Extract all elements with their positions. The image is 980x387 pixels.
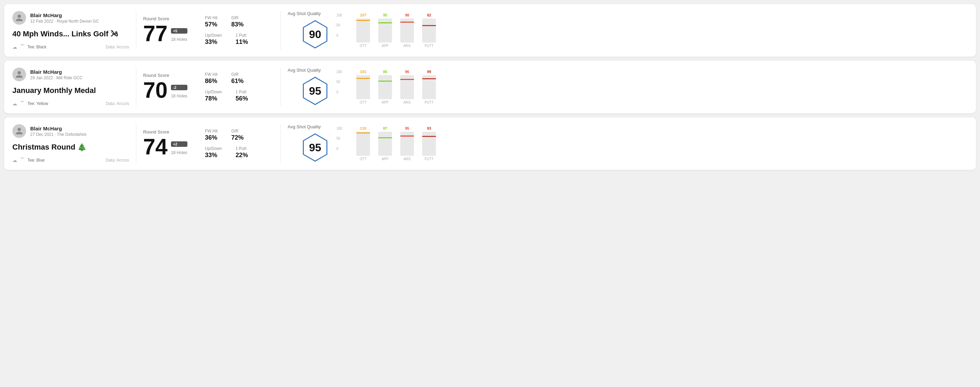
tee-label: Tee: Blue xyxy=(27,158,45,163)
score-row: 70-218 Holes xyxy=(143,79,205,101)
bar-background xyxy=(422,132,436,156)
round-title: Christmas Round 🎄 xyxy=(12,143,129,155)
updown-stat-value: 33% xyxy=(205,38,222,46)
chart-section: 100500110OTT87APP95ARG93PUTT xyxy=(342,124,968,163)
round-title: January Monthly Medal xyxy=(12,86,129,98)
vertical-divider xyxy=(136,11,136,50)
fw-hit-stat-label: FW Hit xyxy=(205,72,218,77)
bar-chart-wrapper: 100500101OTT86APP96ARG99PUTT xyxy=(346,70,968,104)
vertical-divider xyxy=(136,68,136,106)
bar-column: 93PUTT xyxy=(422,132,436,161)
bar-line xyxy=(356,132,370,133)
user-info: Blair McHarg29 Jan 2022 · Mill Ride GCC xyxy=(12,68,129,81)
score-badge: +2 xyxy=(171,141,187,147)
person-icon xyxy=(15,70,23,79)
bar-chart: 110OTT87APP95ARG93PUTT xyxy=(356,127,968,161)
round-left-section: Blair McHarg27 Dec 2021 · The Oxfordshir… xyxy=(12,124,129,163)
score-label: Round Score xyxy=(143,129,205,135)
round-card: Blair McHarg12 Feb 2022 · Royal North De… xyxy=(4,4,976,57)
score-section: Round Score77+518 Holes xyxy=(143,11,205,50)
chart-section: 100500107OTT95APP98ARG82PUTT xyxy=(342,11,968,50)
score-badge-col: +518 Holes xyxy=(171,28,187,44)
bar-line xyxy=(378,22,392,23)
holes-label: 18 Holes xyxy=(171,150,187,155)
user-text: Blair McHarg29 Jan 2022 · Mill Ride GCC xyxy=(30,69,83,80)
tee-icon xyxy=(20,44,25,50)
bar-value-label: 107 xyxy=(360,13,366,17)
bar-line xyxy=(422,78,436,79)
round-title: 40 Mph Winds... Links Golf 🌬 xyxy=(12,30,129,42)
data-source: Data: Arccos xyxy=(106,44,129,49)
one-putt-stat-label: 1 Putt xyxy=(235,33,248,38)
score-section: Round Score70-218 Holes xyxy=(143,68,205,106)
user-text: Blair McHarg27 Dec 2021 · The Oxfordshir… xyxy=(30,125,86,137)
vertical-divider-2 xyxy=(280,124,281,163)
bar-value-label: 82 xyxy=(427,13,431,17)
bar-value-label: 101 xyxy=(360,70,366,74)
bar-line xyxy=(356,20,370,21)
round-card: Blair McHarg29 Jan 2022 · Mill Ride GCCJ… xyxy=(4,61,976,113)
vertical-divider xyxy=(136,124,136,163)
user-info: Blair McHarg27 Dec 2021 · The Oxfordshir… xyxy=(12,124,129,138)
user-date-course: 27 Dec 2021 · The Oxfordshire xyxy=(30,132,86,137)
fw-hit-stat-value: 86% xyxy=(205,78,218,85)
weather-icon: ☁ xyxy=(12,157,17,163)
one-putt-stat-label: 1 Putt xyxy=(235,146,248,151)
avatar xyxy=(12,11,26,25)
bar-axis-label: APP xyxy=(382,100,388,104)
stats-bottom-row: Up/Down33%1 Putt22% xyxy=(205,146,274,159)
quality-section: Avg Shot Quality95 xyxy=(288,124,342,163)
avatar xyxy=(12,124,26,138)
score-row: 77+518 Holes xyxy=(143,23,205,44)
updown-stat: Up/Down78% xyxy=(205,90,222,102)
hexagon-container: 90 xyxy=(300,19,331,50)
bar-axis-label: OTT xyxy=(360,100,367,104)
round-left-section: Blair McHarg12 Feb 2022 · Royal North De… xyxy=(12,11,129,50)
round-footer: ☁Tee: BlackData: Arccos xyxy=(12,44,129,50)
vertical-divider-2 xyxy=(280,11,281,50)
quality-score: 95 xyxy=(309,85,321,97)
tee-label: Tee: Black xyxy=(27,44,46,49)
bar-axis-label: PUTT xyxy=(425,157,434,161)
bar-column: 86APP xyxy=(378,75,392,104)
tee-info: ☁Tee: Black xyxy=(12,44,46,50)
bar-line xyxy=(400,79,414,80)
bar-background xyxy=(378,132,392,156)
user-name: Blair McHarg xyxy=(30,69,83,75)
bar-value-label: 96 xyxy=(405,70,409,74)
one-putt-stat-label: 1 Putt xyxy=(235,90,248,94)
quality-section: Avg Shot Quality90 xyxy=(288,11,342,50)
stats-section: FW Hit36%GIR72%Up/Down33%1 Putt22% xyxy=(205,124,274,163)
score-number: 74 xyxy=(143,136,167,158)
gir-stat: GIR61% xyxy=(231,72,244,85)
bar-line xyxy=(378,137,392,138)
score-row: 74+218 Holes xyxy=(143,136,205,158)
user-name: Blair McHarg xyxy=(30,125,86,132)
avatar xyxy=(12,68,26,81)
updown-stat-value: 78% xyxy=(205,95,222,102)
bar-value-label: 86 xyxy=(383,70,387,74)
quality-score: 95 xyxy=(309,141,321,154)
gir-stat-label: GIR xyxy=(231,72,244,77)
round-footer: ☁Tee: BlueData: Arccos xyxy=(12,157,129,163)
bar-axis-label: ARG xyxy=(403,100,411,104)
score-badge: -2 xyxy=(171,85,187,90)
one-putt-stat-value: 56% xyxy=(235,95,248,102)
one-putt-stat-value: 22% xyxy=(235,152,248,159)
holes-label: 18 Holes xyxy=(171,94,187,98)
stats-bottom-row: Up/Down78%1 Putt56% xyxy=(205,90,274,102)
bar-line xyxy=(356,78,370,79)
svg-rect-0 xyxy=(22,45,23,46)
gir-stat-value: 72% xyxy=(231,134,244,141)
bar-column: 95APP xyxy=(378,19,392,48)
vertical-divider-2 xyxy=(280,68,281,106)
bar-column: 98ARG xyxy=(400,19,414,48)
one-putt-stat-value: 11% xyxy=(235,38,248,46)
score-number: 77 xyxy=(143,23,167,44)
user-info: Blair McHarg12 Feb 2022 · Royal North De… xyxy=(12,11,129,25)
svg-rect-2 xyxy=(22,159,23,159)
bar-chart: 101OTT86APP96ARG99PUTT xyxy=(356,70,968,104)
score-badge-col: -218 Holes xyxy=(171,85,187,101)
quality-section: Avg Shot Quality95 xyxy=(288,68,342,106)
round-card: Blair McHarg27 Dec 2021 · The Oxfordshir… xyxy=(4,117,976,170)
